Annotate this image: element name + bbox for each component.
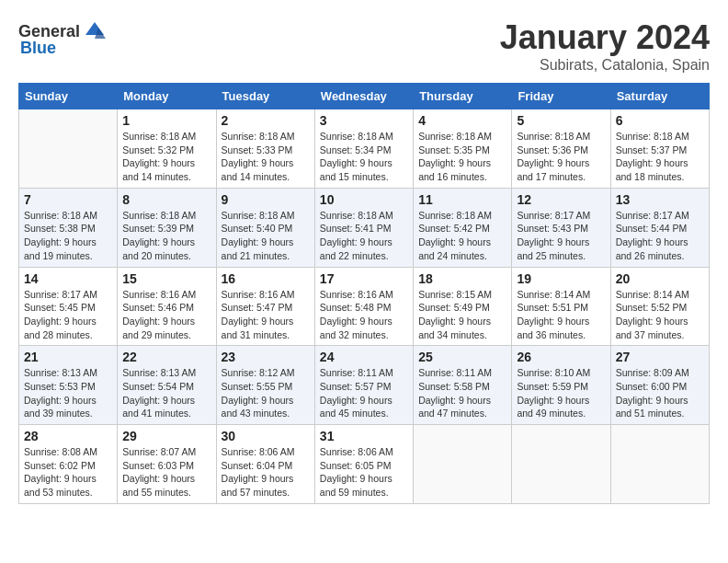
day-info: Sunrise: 8:18 AMSunset: 5:36 PMDaylight:… (517, 130, 605, 184)
calendar-cell: 21Sunrise: 8:13 AMSunset: 5:53 PMDayligh… (19, 346, 118, 425)
day-number: 8 (122, 192, 210, 207)
day-info: Sunrise: 8:17 AMSunset: 5:44 PMDaylight:… (616, 209, 704, 263)
calendar-cell: 16Sunrise: 8:16 AMSunset: 5:47 PMDayligh… (216, 267, 314, 346)
day-number: 9 (222, 192, 310, 207)
calendar-cell (610, 425, 709, 504)
calendar-cell: 13Sunrise: 8:17 AMSunset: 5:44 PMDayligh… (610, 188, 709, 267)
header: General Blue January 2024 Subirats, Cata… (18, 18, 710, 74)
col-header-friday: Friday (512, 84, 610, 109)
title-area: January 2024 Subirats, Catalonia, Spain (500, 18, 710, 74)
day-info: Sunrise: 8:18 AMSunset: 5:32 PMDaylight:… (122, 130, 210, 184)
day-number: 10 (320, 192, 408, 207)
day-number: 2 (222, 113, 310, 128)
day-info: Sunrise: 8:12 AMSunset: 5:55 PMDaylight:… (222, 366, 310, 420)
calendar-cell: 7Sunrise: 8:18 AMSunset: 5:38 PMDaylight… (19, 188, 118, 267)
day-info: Sunrise: 8:18 AMSunset: 5:33 PMDaylight:… (222, 130, 310, 184)
calendar-cell: 9Sunrise: 8:18 AMSunset: 5:40 PMDaylight… (216, 188, 314, 267)
day-info: Sunrise: 8:06 AMSunset: 6:05 PMDaylight:… (320, 445, 408, 500)
day-number: 6 (616, 113, 704, 128)
week-row-2: 14Sunrise: 8:17 AMSunset: 5:45 PMDayligh… (19, 267, 710, 346)
day-number: 22 (122, 350, 210, 364)
day-number: 7 (24, 192, 112, 207)
day-info: Sunrise: 8:11 AMSunset: 5:58 PMDaylight:… (418, 366, 506, 420)
day-number: 5 (517, 113, 605, 128)
calendar-cell: 22Sunrise: 8:13 AMSunset: 5:54 PMDayligh… (118, 346, 216, 425)
col-header-saturday: Saturday (610, 84, 709, 109)
day-info: Sunrise: 8:15 AMSunset: 5:49 PMDaylight:… (418, 288, 506, 342)
calendar-cell: 23Sunrise: 8:12 AMSunset: 5:55 PMDayligh… (216, 346, 314, 425)
calendar-cell: 20Sunrise: 8:14 AMSunset: 5:52 PMDayligh… (610, 267, 709, 346)
day-info: Sunrise: 8:18 AMSunset: 5:42 PMDaylight:… (418, 209, 506, 263)
day-number: 17 (320, 271, 408, 286)
day-info: Sunrise: 8:18 AMSunset: 5:34 PMDaylight:… (320, 130, 408, 184)
day-number: 28 (24, 429, 112, 443)
day-info: Sunrise: 8:16 AMSunset: 5:48 PMDaylight:… (320, 288, 408, 342)
day-number: 12 (517, 192, 605, 207)
day-number: 1 (122, 113, 210, 128)
col-header-sunday: Sunday (19, 84, 118, 109)
calendar-cell: 8Sunrise: 8:18 AMSunset: 5:39 PMDaylight… (118, 188, 216, 267)
calendar-cell (19, 109, 118, 189)
calendar-cell: 2Sunrise: 8:18 AMSunset: 5:33 PMDaylight… (216, 109, 314, 189)
day-info: Sunrise: 8:17 AMSunset: 5:45 PMDaylight:… (24, 288, 112, 342)
day-info: Sunrise: 8:18 AMSunset: 5:39 PMDaylight:… (122, 209, 210, 263)
logo-blue-text: Blue (20, 39, 56, 58)
day-info: Sunrise: 8:14 AMSunset: 5:51 PMDaylight:… (517, 288, 605, 342)
calendar-cell (512, 425, 610, 504)
calendar-cell: 26Sunrise: 8:10 AMSunset: 5:59 PMDayligh… (512, 346, 610, 425)
calendar-cell: 15Sunrise: 8:16 AMSunset: 5:46 PMDayligh… (118, 267, 216, 346)
calendar-cell: 29Sunrise: 8:07 AMSunset: 6:03 PMDayligh… (118, 425, 216, 504)
calendar-cell: 14Sunrise: 8:17 AMSunset: 5:45 PMDayligh… (19, 267, 118, 346)
day-number: 24 (320, 350, 408, 364)
col-header-wednesday: Wednesday (314, 84, 413, 109)
calendar-cell: 12Sunrise: 8:17 AMSunset: 5:43 PMDayligh… (512, 188, 610, 267)
day-info: Sunrise: 8:18 AMSunset: 5:37 PMDaylight:… (616, 130, 704, 184)
day-number: 14 (24, 271, 112, 286)
week-row-4: 28Sunrise: 8:08 AMSunset: 6:02 PMDayligh… (19, 425, 710, 504)
day-number: 4 (418, 113, 506, 128)
day-info: Sunrise: 8:18 AMSunset: 5:35 PMDaylight:… (418, 130, 506, 184)
calendar-cell (414, 425, 512, 504)
day-number: 21 (24, 350, 112, 364)
day-number: 20 (616, 271, 704, 286)
calendar-cell: 6Sunrise: 8:18 AMSunset: 5:37 PMDaylight… (610, 109, 709, 189)
day-number: 27 (616, 350, 704, 364)
calendar-cell: 18Sunrise: 8:15 AMSunset: 5:49 PMDayligh… (414, 267, 512, 346)
calendar-cell: 5Sunrise: 8:18 AMSunset: 5:36 PMDaylight… (512, 109, 610, 189)
col-header-thursday: Thursday (414, 84, 512, 109)
col-header-monday: Monday (118, 84, 216, 109)
calendar-cell: 3Sunrise: 8:18 AMSunset: 5:34 PMDaylight… (314, 109, 413, 189)
day-info: Sunrise: 8:10 AMSunset: 5:59 PMDaylight:… (517, 366, 605, 420)
day-info: Sunrise: 8:14 AMSunset: 5:52 PMDaylight:… (616, 288, 704, 342)
day-number: 11 (418, 192, 506, 207)
day-info: Sunrise: 8:18 AMSunset: 5:38 PMDaylight:… (24, 209, 112, 263)
calendar-cell: 27Sunrise: 8:09 AMSunset: 6:00 PMDayligh… (610, 346, 709, 425)
day-info: Sunrise: 8:18 AMSunset: 5:40 PMDaylight:… (222, 209, 310, 263)
day-number: 31 (320, 429, 408, 443)
day-number: 16 (222, 271, 310, 286)
day-info: Sunrise: 8:16 AMSunset: 5:47 PMDaylight:… (222, 288, 310, 342)
calendar-cell: 17Sunrise: 8:16 AMSunset: 5:48 PMDayligh… (314, 267, 413, 346)
calendar-cell: 28Sunrise: 8:08 AMSunset: 6:02 PMDayligh… (19, 425, 118, 504)
calendar-cell: 30Sunrise: 8:06 AMSunset: 6:04 PMDayligh… (216, 425, 314, 504)
calendar-cell: 19Sunrise: 8:14 AMSunset: 5:51 PMDayligh… (512, 267, 610, 346)
day-info: Sunrise: 8:06 AMSunset: 6:04 PMDaylight:… (222, 445, 310, 500)
day-number: 15 (122, 271, 210, 286)
calendar-cell: 1Sunrise: 8:18 AMSunset: 5:32 PMDaylight… (118, 109, 216, 189)
day-number: 25 (418, 350, 506, 364)
column-headers-row: SundayMondayTuesdayWednesdayThursdayFrid… (19, 84, 710, 109)
day-number: 3 (320, 113, 408, 128)
day-info: Sunrise: 8:13 AMSunset: 5:54 PMDaylight:… (122, 366, 210, 420)
calendar-cell: 25Sunrise: 8:11 AMSunset: 5:58 PMDayligh… (414, 346, 512, 425)
day-number: 13 (616, 192, 704, 207)
day-info: Sunrise: 8:11 AMSunset: 5:57 PMDaylight:… (320, 366, 408, 420)
calendar-body: 1Sunrise: 8:18 AMSunset: 5:32 PMDaylight… (19, 109, 710, 504)
day-info: Sunrise: 8:16 AMSunset: 5:46 PMDaylight:… (122, 288, 210, 342)
day-info: Sunrise: 8:08 AMSunset: 6:02 PMDaylight:… (24, 445, 112, 500)
calendar-cell: 10Sunrise: 8:18 AMSunset: 5:41 PMDayligh… (314, 188, 413, 267)
calendar-cell: 11Sunrise: 8:18 AMSunset: 5:42 PMDayligh… (414, 188, 512, 267)
calendar-cell: 31Sunrise: 8:06 AMSunset: 6:05 PMDayligh… (314, 425, 413, 504)
logo-icon (82, 18, 108, 44)
day-info: Sunrise: 8:07 AMSunset: 6:03 PMDaylight:… (122, 445, 210, 500)
week-row-1: 7Sunrise: 8:18 AMSunset: 5:38 PMDaylight… (19, 188, 710, 267)
